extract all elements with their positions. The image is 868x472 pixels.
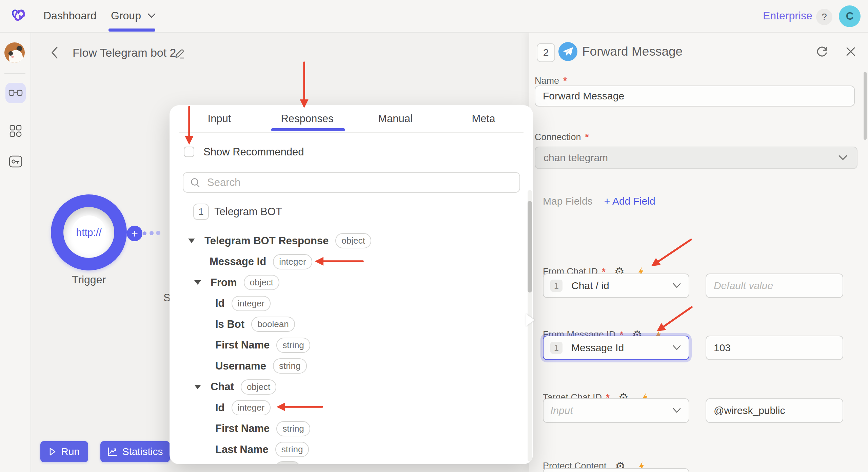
type-badge: boolean bbox=[251, 317, 295, 332]
target-chat-id-source-dropdown[interactable]: Input bbox=[543, 398, 689, 423]
tree-row[interactable]: Chatobject bbox=[170, 377, 522, 398]
tab-meta[interactable]: Meta bbox=[446, 105, 521, 132]
trigger-node-caption: Trigger bbox=[51, 273, 127, 286]
modal-scrollbar[interactable] bbox=[528, 201, 532, 292]
flows-icon bbox=[8, 89, 23, 97]
refresh-icon[interactable] bbox=[815, 44, 830, 59]
caret-down-icon[interactable] bbox=[188, 239, 195, 243]
sidebar-item-credentials[interactable] bbox=[5, 151, 26, 172]
app-window: Dashboard Group Enterprise ? C bbox=[0, 0, 868, 472]
statistics-button[interactable]: Statistics bbox=[100, 441, 170, 462]
tree-row[interactable]: Telegram BOT Responseobject bbox=[170, 230, 522, 251]
target-chat-id-value-input[interactable] bbox=[706, 398, 843, 423]
panel-collapse-handle[interactable] bbox=[526, 314, 534, 326]
tree-row[interactable]: Idinteger bbox=[170, 293, 522, 314]
tree-row[interactable]: Is Botboolean bbox=[170, 314, 522, 335]
chart-icon bbox=[107, 447, 117, 456]
map-fields-label: Map Fields bbox=[543, 195, 593, 207]
telegram-icon bbox=[558, 42, 577, 61]
tab-manual[interactable]: Manual bbox=[358, 105, 433, 132]
from-message-id-mapping: Message Id bbox=[571, 342, 624, 354]
flow-title: Flow Telegram bot 2 bbox=[73, 45, 176, 60]
help-button[interactable]: ? bbox=[816, 9, 832, 25]
from-chat-id-source-dropdown[interactable]: 1 Chat / id bbox=[543, 273, 689, 298]
apps-grid-icon bbox=[9, 124, 22, 138]
chevron-down-icon bbox=[837, 154, 849, 162]
from-message-id-value-input[interactable] bbox=[706, 336, 843, 360]
panel-scrollbar[interactable] bbox=[864, 72, 867, 140]
type-badge: object bbox=[244, 275, 279, 290]
nav-group[interactable]: Group bbox=[111, 0, 157, 31]
sidebar-item-apps[interactable] bbox=[5, 121, 26, 141]
from-chat-id-default-input[interactable] bbox=[706, 273, 843, 298]
active-tab-indicator bbox=[271, 128, 345, 131]
tree-row[interactable]: First Namestring bbox=[170, 335, 522, 356]
protect-content-source-dropdown[interactable]: Input bbox=[543, 468, 689, 472]
type-badge: object bbox=[335, 233, 371, 248]
chevron-down-icon bbox=[672, 407, 682, 414]
from-chat-id-mapping: Chat / id bbox=[571, 280, 609, 291]
connector-dot bbox=[156, 231, 160, 235]
connection-value: chan telegram bbox=[544, 152, 608, 164]
chevron-down-icon bbox=[146, 12, 157, 19]
run-button[interactable]: Run bbox=[40, 441, 88, 462]
user-avatar[interactable]: C bbox=[839, 5, 861, 27]
type-badge: integer bbox=[232, 400, 271, 415]
app-logo-icon[interactable] bbox=[8, 6, 29, 27]
step-config-panel: 2 Forward Message Name* Connection* chan… bbox=[529, 32, 868, 472]
tree-row[interactable]: Usernamestring bbox=[170, 356, 522, 377]
nav-enterprise-link[interactable]: Enterprise bbox=[763, 0, 812, 31]
type-badge: object bbox=[241, 379, 276, 395]
type-badge: string bbox=[276, 338, 310, 353]
edit-title-pencil-icon[interactable] bbox=[173, 46, 186, 60]
type-badge: integer bbox=[273, 254, 312, 269]
sidebar-divider bbox=[4, 73, 25, 74]
search-box bbox=[183, 172, 520, 193]
type-badge: string bbox=[276, 421, 310, 436]
tab-input[interactable]: Input bbox=[182, 105, 257, 132]
chevron-down-icon bbox=[672, 344, 682, 351]
map-fields-header: Map Fields + Add Field bbox=[543, 195, 655, 207]
connector-dot bbox=[150, 231, 154, 235]
caret-down-icon[interactable] bbox=[194, 385, 201, 389]
back-button[interactable] bbox=[47, 45, 62, 60]
tree-row[interactable]: Idinteger bbox=[170, 397, 522, 418]
response-tree: Telegram BOT Responseobject Message Idin… bbox=[170, 230, 522, 464]
tree-row-partial bbox=[170, 460, 522, 465]
search-icon bbox=[190, 177, 200, 188]
nav-dashboard[interactable]: Dashboard bbox=[43, 0, 97, 31]
sidebar-item-flows[interactable] bbox=[5, 83, 26, 103]
source-step-badge: 1 bbox=[550, 342, 563, 354]
clipped-type-badge bbox=[275, 461, 300, 464]
play-icon bbox=[49, 447, 56, 456]
show-recommended-label: Show Recommended bbox=[203, 147, 304, 157]
tree-row[interactable]: Message Idinteger bbox=[170, 251, 522, 272]
source-step-label: Telegram BOT bbox=[214, 206, 282, 218]
add-field-button[interactable]: + Add Field bbox=[604, 195, 655, 207]
name-input[interactable] bbox=[535, 86, 855, 107]
connector-dot bbox=[143, 231, 146, 235]
close-icon[interactable] bbox=[843, 44, 858, 59]
workspace-avatar[interactable] bbox=[4, 42, 25, 63]
tree-row[interactable]: First Namestring bbox=[170, 418, 522, 439]
type-badge: string bbox=[273, 358, 307, 374]
add-step-button[interactable]: + bbox=[127, 226, 142, 241]
connection-select[interactable]: chan telegram bbox=[535, 147, 857, 169]
type-badge: integer bbox=[232, 296, 271, 311]
tree-row[interactable]: Fromobject bbox=[170, 272, 522, 293]
caret-down-icon[interactable] bbox=[194, 280, 201, 285]
dropdown-placeholder: Input bbox=[550, 405, 573, 416]
show-recommended-checkbox[interactable] bbox=[184, 147, 194, 157]
divider bbox=[179, 132, 524, 133]
source-step-item[interactable]: 1 Telegram BOT bbox=[193, 204, 282, 220]
data-mapping-modal: Input Responses Manual Meta Show Recomme… bbox=[170, 105, 533, 464]
trigger-node-http-label[interactable]: http:// bbox=[72, 215, 106, 249]
tree-row[interactable]: Last Namestring bbox=[170, 439, 522, 460]
top-navbar: Dashboard Group Enterprise ? C bbox=[0, 0, 868, 33]
from-message-id-source-dropdown[interactable]: 1 Message Id bbox=[543, 336, 689, 360]
search-input[interactable] bbox=[206, 176, 513, 189]
active-nav-indicator bbox=[108, 29, 155, 32]
source-step-badge: 1 bbox=[550, 280, 563, 292]
statistics-button-label: Statistics bbox=[122, 446, 163, 457]
connection-field-label: Connection* bbox=[535, 132, 589, 143]
